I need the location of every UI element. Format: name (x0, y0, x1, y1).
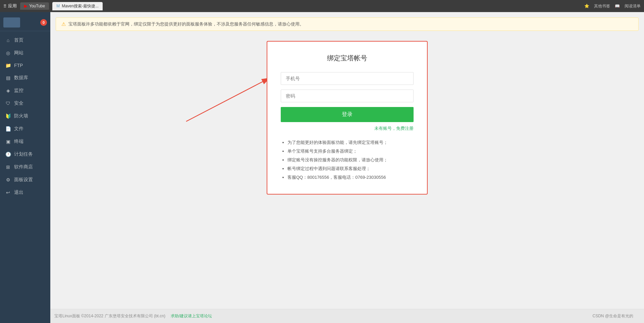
ftp-icon: 📁 (5, 63, 11, 68)
database-icon: ▤ (5, 75, 11, 80)
sidebar-item-panel[interactable]: ⚙ 面板设置 (0, 173, 50, 186)
sidebar-item-terminal[interactable]: ▣ 终端 (0, 135, 50, 148)
login-tips: 为了您能更好的体验面板功能，请先绑定宝塔账号； 单个宝塔账号支持多台服务器绑定；… (281, 138, 414, 182)
youtube-tab[interactable]: ▶ YouTube (20, 2, 49, 10)
apps-button[interactable]: ⠿ 应用 (3, 3, 17, 9)
bookmarks-icon: ⭐ (584, 4, 589, 8)
svg-line-1 (186, 78, 270, 121)
sidebar-item-ftp[interactable]: 📁 FTP (0, 59, 50, 71)
tip-4: 帐号绑定过程中遇到问题请联系客服处理； (287, 164, 414, 173)
login-card: 绑定宝塔帐号 登录 未有账号，免费注册 为了您能更好的体验面板功能，请先绑定宝塔… (267, 41, 428, 195)
sidebar-item-monitor[interactable]: ◈ 监控 (0, 84, 50, 97)
youtube-tab-label: YouTube (29, 4, 45, 8)
browser-bar: ⠿ 应用 ▶ YouTube M Maven搜索-最快捷... ⭐ 其他书签 📖… (0, 0, 644, 12)
annotation-arrow (179, 68, 280, 128)
sidebar-logo (3, 17, 20, 28)
tip-5: 客服QQ：800176556，客服电话：0769-23030556 (287, 173, 414, 182)
content-area: ⚠ 宝塔面板许多功能都依赖于官网，绑定仅限于为您提供更好的面板服务体验，不涉及您… (50, 12, 644, 323)
tip-2: 单个宝塔账号支持多台服务器绑定； (287, 147, 414, 156)
sidebar-item-label-logout: 退出 (14, 190, 23, 196)
sidebar-item-label-panel: 面板设置 (14, 177, 33, 183)
sidebar-item-label-ftp: FTP (14, 63, 23, 68)
sidebar-item-label-crontab: 计划任务 (14, 151, 33, 157)
files-icon: 📄 (5, 126, 11, 131)
browser-right-area: ⭐ 其他书签 📖 阅读清单 (584, 3, 641, 9)
sidebar-item-database[interactable]: ▤ 数据库 (0, 71, 50, 84)
sidebar-item-label-terminal: 终端 (14, 139, 23, 145)
sidebar-item-label-firewall: 防火墙 (14, 113, 28, 119)
notification-badge: 0 (40, 19, 47, 26)
sidebar: 0 ⌂ 首页 ◎ 网站 📁 FTP ▤ 数据库 ◈ 监控 🛡 安全 🔰 防火墙 (0, 12, 50, 323)
footer-feedback-link[interactable]: 求助/建议请上宝塔论坛 (171, 313, 212, 319)
crontab-icon: 🕐 (5, 152, 11, 157)
footer-right-text: CSDN @生命是有光的 (592, 313, 640, 319)
sidebar-item-label-database: 数据库 (14, 75, 28, 81)
app-container: 0 ⌂ 首页 ◎ 网站 📁 FTP ▤ 数据库 ◈ 监控 🛡 安全 🔰 防火墙 (0, 12, 644, 323)
sidebar-item-security[interactable]: 🛡 安全 (0, 97, 50, 110)
login-button[interactable]: 登录 (281, 107, 414, 122)
panel-icon: ⚙ (5, 177, 11, 182)
logout-icon: ↩ (5, 190, 11, 195)
sidebar-item-logout[interactable]: ↩ 退出 (0, 186, 50, 199)
tip-1: 为了您能更好的体验面板功能，请先绑定宝塔账号； (287, 138, 414, 147)
password-input[interactable] (281, 90, 414, 102)
reading-icon: 📖 (615, 4, 620, 8)
sidebar-item-label-security: 安全 (14, 100, 23, 106)
bookmarks-label: 其他书签 (594, 3, 610, 9)
phone-input[interactable] (281, 72, 414, 85)
appstore-icon: ⊞ (5, 164, 11, 170)
sidebar-item-label-website: 网站 (14, 50, 23, 56)
login-card-title: 绑定宝塔帐号 (281, 54, 414, 63)
sidebar-item-home[interactable]: ⌂ 首页 (0, 34, 50, 47)
sidebar-item-label-files: 文件 (14, 126, 23, 132)
sidebar-logo-area: 0 (0, 15, 50, 31)
sidebar-item-label-monitor: 监控 (14, 88, 23, 94)
footer: 宝塔Linux面板 ©2014-2022 广东堡塔安全技术有限公司 (bt.cn… (50, 309, 644, 323)
reading-label: 阅读清单 (625, 3, 641, 9)
monitor-icon: ◈ (5, 88, 11, 93)
sidebar-item-label-home: 首页 (14, 37, 23, 43)
apps-label: 应用 (8, 3, 17, 9)
sidebar-item-crontab[interactable]: 🕐 计划任务 (0, 148, 50, 161)
notice-bar: ⚠ 宝塔面板许多功能都依赖于官网，绑定仅限于为您提供更好的面板服务体验，不涉及您… (56, 17, 639, 31)
register-link[interactable]: 未有账号，免费注册 (281, 125, 414, 131)
terminal-icon: ▣ (5, 139, 11, 144)
footer-copyright: 宝塔Linux面板 ©2014-2022 广东堡塔安全技术有限公司 (bt.cn… (54, 313, 165, 319)
sidebar-item-firewall[interactable]: 🔰 防火墙 (0, 110, 50, 122)
youtube-icon: ▶ (24, 4, 27, 8)
maven-tab-label: Maven搜索-最快捷... (62, 3, 99, 9)
notice-text: 宝塔面板许多功能都依赖于官网，绑定仅限于为您提供更好的面板服务体验，不涉及您服务… (68, 21, 304, 27)
maven-tab[interactable]: M Maven搜索-最快捷... (52, 2, 103, 10)
website-icon: ◎ (5, 50, 11, 56)
home-icon: ⌂ (5, 38, 11, 43)
sidebar-item-label-appstore: 软件商店 (14, 164, 33, 170)
warning-icon: ⚠ (61, 21, 66, 27)
sidebar-item-website[interactable]: ◎ 网站 (0, 47, 50, 59)
tip-3: 绑定账号没有操控服务器的功能权限，请放心使用； (287, 156, 414, 164)
maven-icon: M (56, 4, 60, 8)
sidebar-item-appstore[interactable]: ⊞ 软件商店 (0, 161, 50, 173)
firewall-icon: 🔰 (5, 113, 11, 119)
security-icon: 🛡 (5, 101, 11, 106)
main-content: 绑定宝塔帐号 登录 未有账号，免费注册 为了您能更好的体验面板功能，请先绑定宝塔… (50, 31, 644, 309)
sidebar-item-files[interactable]: 📄 文件 (0, 122, 50, 135)
